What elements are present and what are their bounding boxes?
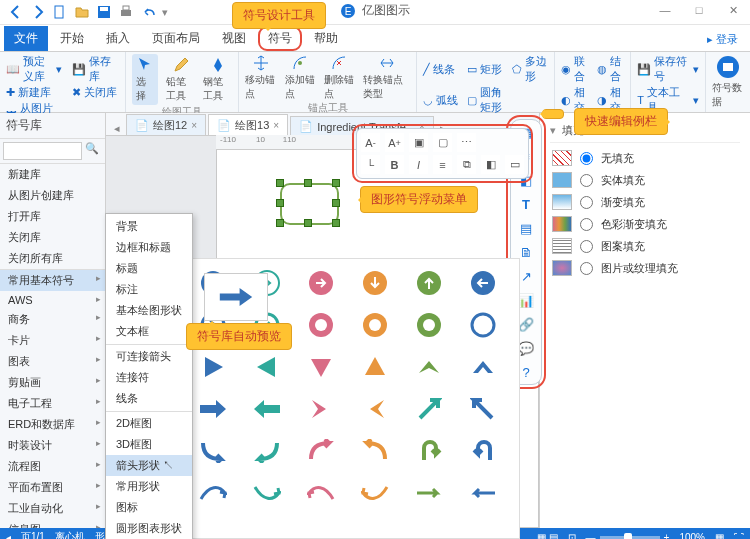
qat-back-icon[interactable] — [8, 4, 24, 20]
new-lib-button[interactable]: ✚新建库 — [6, 85, 62, 100]
fill-icon[interactable]: ◧ — [481, 155, 500, 174]
shape-arr-left[interactable] — [251, 393, 283, 425]
add-anchor-button[interactable]: 添加锚点 — [285, 54, 316, 101]
bring-front-icon[interactable]: ▣ — [409, 133, 428, 152]
shape-arr-nw[interactable] — [467, 393, 499, 425]
stroke-icon[interactable]: ▭ — [505, 155, 524, 174]
status-fullscreen-icon[interactable]: ⛶ — [734, 532, 744, 540]
shape-swoosh1[interactable] — [197, 477, 229, 509]
shape-swoosh5[interactable] — [413, 477, 445, 509]
close-tab-icon[interactable]: × — [273, 120, 279, 131]
more-icon[interactable]: ⋯ — [457, 133, 476, 152]
sidebar-item-basic-symbols[interactable]: 常用基本符号 — [0, 269, 105, 291]
mi-callout[interactable]: 标注 — [106, 279, 192, 300]
shape-circle-down[interactable] — [359, 267, 391, 299]
close-lib-button[interactable]: ✖关闭库 — [72, 85, 119, 100]
text-icon[interactable]: T — [517, 195, 535, 213]
mi-2d[interactable]: 2D框图 — [106, 411, 192, 434]
qat-new-icon[interactable] — [52, 4, 68, 20]
shape-disc-pink[interactable] — [305, 309, 337, 341]
italic-button[interactable]: I — [409, 155, 428, 174]
mi-circular[interactable]: 圆形图表形状 — [106, 518, 192, 539]
conv-anchor-button[interactable]: 转换锚点类型 — [363, 54, 410, 101]
shape-circle-left[interactable] — [467, 267, 499, 299]
zoom-value[interactable]: 100% — [679, 532, 705, 540]
predef-lib-button[interactable]: 📖预定义库▾ — [6, 54, 62, 84]
shape-swoosh3[interactable] — [305, 477, 337, 509]
tab-prev-icon[interactable]: ◂ — [110, 122, 124, 135]
sidebar-item-floor[interactable]: 平面布置图 — [0, 477, 105, 498]
copy-icon[interactable]: ⧉ — [457, 155, 476, 174]
shape-disc-orange[interactable] — [359, 309, 391, 341]
sidebar-item-closelib[interactable]: 关闭库 — [0, 227, 105, 248]
shape-swoosh4[interactable] — [359, 477, 391, 509]
line-button[interactable]: ╱线条 — [423, 54, 459, 84]
save-lib-button[interactable]: 💾保存库 — [72, 54, 119, 84]
layers-icon[interactable]: ▤ — [517, 219, 535, 237]
login-link[interactable]: ▸ 登录 — [699, 28, 746, 51]
mi-title[interactable]: 标题 — [106, 258, 192, 279]
shape-swoosh6[interactable] — [467, 477, 499, 509]
shape-tri-down[interactable] — [305, 351, 337, 383]
pen-tool-button[interactable]: 钢笔工具 — [203, 56, 232, 103]
bold-button[interactable]: B — [385, 155, 404, 174]
shape-tri-up[interactable] — [359, 351, 391, 383]
doc-tab-13[interactable]: 📄绘图13× — [208, 114, 288, 135]
fill-opt-image[interactable]: 图片或纹理填充 — [550, 257, 740, 279]
fill-opt-pattern[interactable]: 图案填充 — [550, 235, 740, 257]
status-grid-icon[interactable]: ▦ — [715, 532, 724, 540]
font-dec-button[interactable]: A- — [361, 133, 380, 152]
arc-button[interactable]: ◡弧线 — [423, 85, 459, 115]
shape-chev-up[interactable] — [413, 351, 445, 383]
shape-circle-arrow[interactable] — [305, 267, 337, 299]
shape-curve2[interactable] — [251, 435, 283, 467]
mi-connarrow[interactable]: 可连接箭头 — [106, 344, 192, 367]
sidebar-item-newlib[interactable]: 新建库 — [0, 164, 105, 185]
sidebar-item-ee[interactable]: 电子工程 — [0, 393, 105, 414]
mi-icon[interactable]: 图标 — [106, 497, 192, 518]
sidebar-item-erd[interactable]: ERD和数据库 — [0, 414, 105, 435]
sidebar-item-aws[interactable]: AWS — [0, 291, 105, 309]
shape-chev-r[interactable] — [305, 393, 337, 425]
sidebar-item-closeall[interactable]: 关闭所有库 — [0, 248, 105, 269]
move-anchor-button[interactable]: 移动锚点 — [245, 54, 276, 101]
mi-common[interactable]: 常用形状 — [106, 476, 192, 497]
status-page[interactable]: 页1/1 — [21, 530, 45, 539]
mi-basicshape[interactable]: 基本绘图形状 — [106, 300, 192, 321]
page-tab-prev-icon[interactable]: ◂ — [6, 532, 11, 540]
qat-open-icon[interactable] — [74, 4, 90, 20]
search-input[interactable] — [3, 142, 82, 160]
sidebar-item-infographic[interactable]: 信息图 — [0, 519, 105, 528]
fit-icon[interactable]: ⊡ — [568, 532, 576, 540]
qat-undo-icon[interactable] — [140, 4, 156, 20]
qat-print-icon[interactable] — [118, 4, 134, 20]
shape-uturn1[interactable] — [413, 435, 445, 467]
fill-opt-grad[interactable]: 渐变填充 — [550, 191, 740, 213]
close-tab-icon[interactable]: × — [191, 120, 197, 131]
fill-opt-none[interactable]: 无填充 — [550, 147, 740, 169]
tab-start[interactable]: 开始 — [50, 26, 94, 51]
shape-tri-right[interactable] — [197, 351, 229, 383]
selected-shape[interactable] — [264, 173, 359, 233]
rect-button[interactable]: ▭矩形 — [467, 54, 504, 84]
mi-line[interactable]: 线条 — [106, 388, 192, 409]
mi-bg[interactable]: 背景 — [106, 216, 192, 237]
sidebar-item-business[interactable]: 商务 — [0, 309, 105, 330]
minimize-button[interactable]: — — [648, 0, 682, 20]
shape-curve3[interactable] — [305, 435, 337, 467]
qat-save-icon[interactable] — [96, 4, 112, 20]
shape-swoosh2[interactable] — [251, 477, 283, 509]
mi-border[interactable]: 边框和标题 — [106, 237, 192, 258]
del-anchor-button[interactable]: 删除锚点 — [324, 54, 355, 101]
mi-textbox[interactable]: 文本框 — [106, 321, 192, 342]
shape-arr-right[interactable] — [197, 393, 229, 425]
sidebar-item-industry[interactable]: 工业自动化 — [0, 498, 105, 519]
tab-view[interactable]: 视图 — [212, 26, 256, 51]
shape-disc-green[interactable] — [413, 309, 445, 341]
shape-curve4[interactable] — [359, 435, 391, 467]
shape-chev-l[interactable] — [359, 393, 391, 425]
select-tool-button[interactable]: 选择 — [132, 54, 158, 105]
fill-opt-colorgrad[interactable]: 色彩渐变填充 — [550, 213, 740, 235]
sidebar-item-clipart[interactable]: 剪贴画 — [0, 372, 105, 393]
mi-3d[interactable]: 3D框图 — [106, 434, 192, 455]
